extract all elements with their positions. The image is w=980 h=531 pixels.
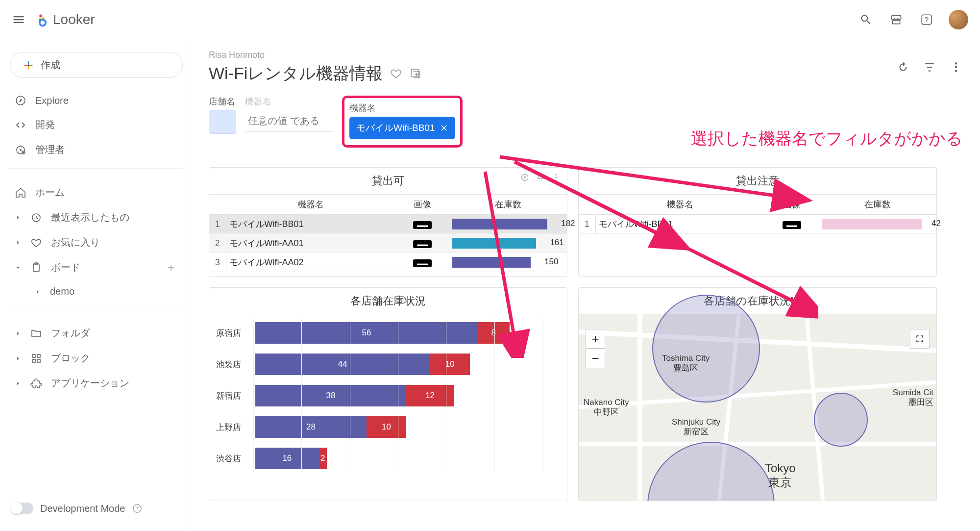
svg-rect-16: [37, 359, 40, 362]
svg-point-26: [556, 180, 557, 181]
map-zoom-in[interactable]: +: [586, 329, 605, 349]
page-title: Wi-Fiレンタル機器情報: [209, 62, 383, 85]
svg-point-24: [556, 174, 557, 176]
svg-rect-19: [412, 69, 419, 76]
filter-store-label: 店舗名: [209, 96, 236, 107]
more-icon[interactable]: [950, 61, 962, 74]
create-button[interactable]: 作成: [10, 52, 183, 78]
brand-name: Looker: [53, 12, 95, 27]
plus-icon: [23, 60, 34, 71]
tile-more-icon[interactable]: [551, 173, 561, 182]
help-icon[interactable]: ?: [918, 11, 935, 28]
alert-icon[interactable]: [536, 173, 545, 182]
avatar[interactable]: [949, 10, 968, 29]
nav-apps[interactable]: アプリケーション: [8, 371, 183, 396]
search-icon[interactable]: [858, 11, 874, 28]
filter-device-label-muted: 機器名: [245, 96, 333, 107]
nav-favorites[interactable]: お気に入り: [8, 230, 183, 255]
chevron-right-icon: [15, 239, 22, 246]
filter-icon[interactable]: [923, 61, 936, 74]
chart-row: 原宿店568: [216, 317, 557, 349]
tile-map-title: 各店舗の在庫状況Map: [579, 288, 936, 314]
nav-recent[interactable]: 最近表示したもの: [8, 205, 183, 230]
svg-point-22: [955, 70, 957, 72]
device-image-icon: ▬▬: [413, 221, 432, 229]
heart-icon: [30, 237, 42, 249]
nav-explore[interactable]: Explore: [8, 89, 183, 112]
svg-point-0: [39, 14, 42, 17]
svg-rect-13: [32, 354, 35, 357]
folder-icon: [30, 328, 42, 339]
svg-text:?: ?: [136, 506, 139, 511]
chart-row: 池袋店4410: [216, 349, 557, 380]
filter-device-chip[interactable]: モバイルWifi-BB01: [349, 117, 455, 139]
nav-develop[interactable]: 開発: [8, 112, 183, 137]
store-stock-chart: 原宿店568池袋店4410新宿店3812上野店2810渋谷店162: [209, 314, 567, 477]
dev-mode-label: Development Mode: [40, 503, 125, 514]
svg-point-8: [20, 149, 22, 151]
chevron-right-icon: [15, 330, 22, 337]
svg-point-20: [955, 62, 957, 64]
tile-warning-title: 貸出注意: [579, 168, 936, 194]
favorite-icon[interactable]: [390, 67, 402, 80]
svg-point-21: [955, 66, 957, 68]
clock-icon: [30, 212, 42, 224]
nav-blocks[interactable]: ブロック: [8, 346, 183, 371]
table-row[interactable]: 1モバイルWifi-BB01▬▬182: [209, 215, 567, 234]
map-zoom-out[interactable]: −: [586, 349, 605, 368]
svg-rect-15: [32, 359, 35, 362]
reload-icon[interactable]: [897, 61, 909, 74]
blocks-icon: [30, 353, 42, 364]
nav-folders[interactable]: フォルダ: [8, 321, 183, 346]
create-label: 作成: [41, 58, 60, 72]
menu-icon[interactable]: [12, 13, 25, 26]
table-warning: 機器名 画像 在庫数 1モバイルWifi-BB01▬▬42: [579, 194, 936, 234]
table-row[interactable]: 2モバイルWifi-AA01▬▬161: [209, 234, 567, 253]
chevron-right-icon: [15, 380, 22, 387]
explore-here-icon[interactable]: [520, 173, 530, 182]
tile-store-stock-title: 各店舗在庫状況: [209, 288, 567, 314]
chart-row: 新宿店3812: [216, 380, 557, 411]
close-icon[interactable]: [440, 124, 448, 132]
device-image-icon: ▬▬: [413, 240, 432, 248]
nav-admin[interactable]: 管理者: [8, 137, 183, 162]
svg-point-25: [556, 177, 557, 178]
filter-store-chip[interactable]: [209, 110, 236, 134]
home-icon: [15, 187, 26, 199]
map[interactable]: Toshima City豊島区 Nakano City中野区 Shinjuku …: [579, 314, 936, 501]
add-board-icon[interactable]: [166, 263, 176, 273]
extension-icon: [30, 378, 42, 389]
help-circle-icon[interactable]: ?: [132, 503, 143, 514]
admin-icon: [15, 144, 26, 156]
svg-point-3: [40, 20, 46, 26]
marketplace-icon[interactable]: [888, 11, 905, 28]
author: Risa Horimoto: [209, 50, 962, 60]
filter-highlight: 機器名 モバイルWifi-BB01: [342, 96, 463, 148]
nav-board-demo[interactable]: demo: [8, 280, 183, 303]
dashboard-actions-icon[interactable]: [409, 67, 422, 80]
tile-warning: 貸出注意 機器名 画像 在庫数 1モバイルWifi-BB01▬▬42: [578, 167, 937, 277]
chevron-right-icon: [15, 355, 22, 362]
device-image-icon: ▬▬: [783, 221, 801, 229]
table-row[interactable]: 3モバイルWifi-AA02▬▬150: [209, 253, 567, 272]
chart-row: 渋谷店162: [216, 443, 557, 474]
chevron-right-icon: [34, 288, 41, 295]
tile-available: 貸出可 機器名 画像 在庫数 1モバイルWifi-BB01▬▬1822モバイルW…: [209, 167, 567, 277]
chevron-down-icon: [15, 264, 22, 271]
tile-available-title: 貸出可: [209, 168, 567, 194]
chevron-right-icon: [15, 214, 22, 221]
filter-device-input[interactable]: [245, 110, 333, 132]
looker-logo-icon: [35, 12, 50, 27]
brand: Looker: [35, 12, 95, 27]
map-fullscreen[interactable]: [910, 329, 930, 349]
dev-mode-toggle[interactable]: [12, 503, 33, 514]
table-row[interactable]: 1モバイルWifi-BB01▬▬42: [579, 215, 936, 234]
svg-text:?: ?: [925, 15, 929, 24]
nav-home[interactable]: ホーム: [8, 180, 183, 205]
code-icon: [15, 119, 26, 131]
nav-boards[interactable]: ボード: [8, 255, 183, 280]
chart-row: 上野店2810: [216, 411, 557, 443]
table-available: 機器名 画像 在庫数 1モバイルWifi-BB01▬▬1822モバイルWifi-…: [209, 194, 567, 272]
filter-device-label: 機器名: [349, 102, 455, 114]
tile-store-stock: 各店舗在庫状況 原宿店568池袋店4410新宿店3812上野店2810渋谷店16…: [209, 287, 567, 501]
